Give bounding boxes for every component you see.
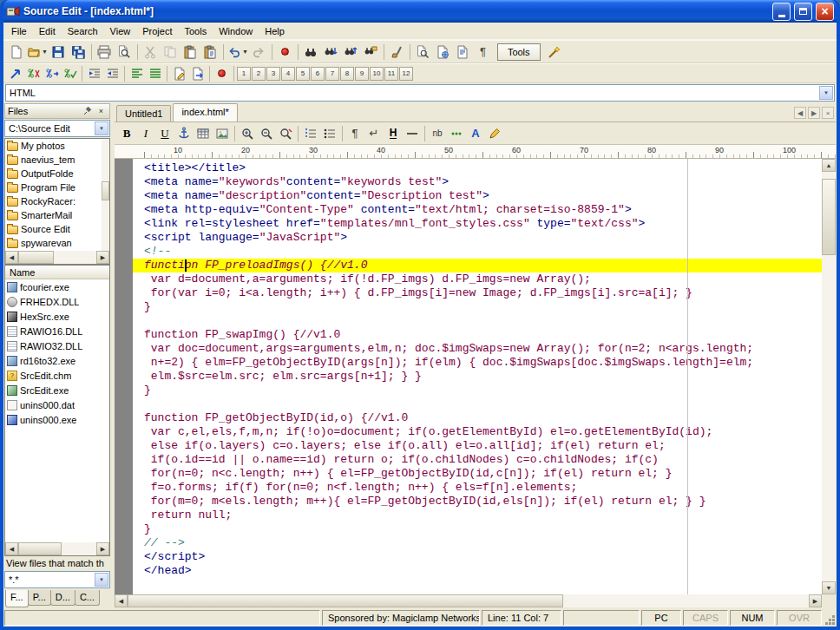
scrollbar-thumb[interactable] [102, 181, 109, 200]
editor-vscrollbar[interactable]: ▲ ▼ [822, 159, 836, 594]
folder-row[interactable]: SmarterMail [5, 208, 102, 222]
language-combo[interactable]: HTML ▼ [5, 84, 835, 102]
code-area[interactable]: <title></title><meta name="keywords"cont… [115, 159, 822, 594]
zoom-in-button[interactable] [238, 124, 257, 142]
scroll-right-button[interactable]: ▶ [96, 542, 109, 555]
close-button[interactable]: × [816, 3, 834, 21]
format-brush-button[interactable] [387, 43, 407, 62]
folder-row[interactable]: My photos [5, 139, 102, 153]
bullet-list-button[interactable] [320, 124, 339, 142]
menu-item-help[interactable]: Help [259, 24, 291, 38]
wand-button[interactable] [545, 43, 565, 62]
image-button[interactable] [213, 124, 232, 142]
find-in-files-button[interactable] [361, 43, 381, 62]
zoom-select-button[interactable] [276, 124, 295, 142]
word-wrap-button[interactable] [43, 65, 61, 82]
record-macro-button[interactable] [275, 43, 295, 62]
find-button[interactable] [301, 43, 321, 62]
outdent-button[interactable] [103, 65, 121, 82]
editor-hscrollbar[interactable]: ◀ ▶ [115, 594, 822, 607]
folder-row[interactable]: OutputFolde [5, 167, 102, 180]
scrollbar-thumb[interactable] [128, 594, 563, 607]
scrollbar-track[interactable] [18, 251, 96, 264]
edit-tag-button[interactable] [485, 124, 504, 142]
file-row[interactable]: rd16to32.exe [5, 353, 109, 368]
cut-button[interactable] [141, 43, 161, 62]
validate-button[interactable] [453, 43, 473, 62]
pin-button[interactable] [82, 106, 93, 117]
path-combo-arrow[interactable]: ▼ [95, 121, 108, 135]
file-row[interactable]: RAWIO16.DLL [5, 324, 109, 338]
doc-edit-button[interactable] [170, 65, 188, 82]
numbered-list-button[interactable] [301, 124, 320, 142]
name-column-header[interactable]: Name [5, 266, 109, 279]
title-bar[interactable]: Source Edit - [index.html*] × [3, 0, 837, 23]
scrollbar-thumb[interactable] [18, 251, 54, 264]
file-row[interactable]: unins000.exe [5, 412, 109, 427]
menu-item-window[interactable]: Window [213, 24, 259, 38]
find-previous-button[interactable] [341, 43, 361, 62]
window-button-7[interactable]: 7 [325, 67, 339, 81]
scroll-right-button[interactable]: ▶ [809, 594, 822, 607]
resize-grip[interactable] [824, 610, 836, 626]
path-combo[interactable]: C:\Source Edit ▼ [4, 120, 110, 137]
heading-button[interactable]: H [384, 124, 403, 142]
scrollbar-track[interactable] [822, 172, 836, 581]
spell-check-button[interactable] [24, 65, 43, 82]
file-row[interactable]: HexSrc.exe [5, 309, 109, 324]
scroll-up-button[interactable]: ▲ [822, 159, 836, 172]
folder-row[interactable]: naevius_tem [5, 153, 102, 167]
file-row[interactable]: ?SrcEdit.chm [5, 368, 109, 383]
files-panel-close-button[interactable]: × [95, 106, 107, 117]
file-row[interactable]: FRHEDX.DLL [5, 294, 109, 309]
indent-button[interactable] [85, 65, 103, 82]
italic-button[interactable]: I [136, 124, 155, 142]
doc-export-button[interactable] [188, 65, 207, 82]
panel-tab-F[interactable]: F... [5, 590, 29, 607]
scroll-left-button[interactable]: ◀ [115, 594, 128, 607]
minimize-button[interactable] [772, 3, 791, 21]
bold-button[interactable]: B [117, 124, 136, 142]
folder-row[interactable]: spywarevan [5, 236, 102, 250]
window-button-10[interactable]: 10 [370, 67, 384, 81]
special-chars-button[interactable] [447, 124, 466, 142]
filter-combo-arrow[interactable]: ▼ [95, 573, 108, 587]
horizontal-rule-button[interactable] [403, 124, 422, 142]
save-all-button[interactable] [69, 43, 89, 62]
pilcrow-button[interactable]: ¶ [473, 43, 493, 62]
file-row[interactable]: fcourier.exe [5, 279, 109, 294]
tab-close-button[interactable]: × [822, 107, 834, 119]
record-button[interactable] [213, 65, 231, 82]
panel-tab-P[interactable]: P... [28, 590, 51, 606]
page-props-button[interactable] [433, 43, 453, 62]
print-button[interactable] [95, 43, 115, 62]
panel-tab-C[interactable]: C... [75, 590, 100, 606]
scrollbar-thumb[interactable] [18, 542, 62, 555]
scrollbar-thumb[interactable] [822, 179, 836, 255]
maximize-button[interactable] [794, 3, 812, 21]
window-button-12[interactable]: 12 [399, 67, 413, 81]
folder-row[interactable]: RockyRacer: [5, 194, 102, 208]
pilcrow-button[interactable]: ¶ [345, 124, 364, 142]
window-button-8[interactable]: 8 [340, 67, 354, 81]
save-button[interactable] [49, 43, 69, 62]
tab-scroll-left-button[interactable]: ◀ [794, 107, 806, 119]
menu-item-file[interactable]: File [5, 24, 33, 38]
browser-preview-button[interactable] [413, 43, 433, 62]
editor-tab-indexhtml[interactable]: index.html* [173, 103, 237, 121]
scrollbar-track[interactable] [128, 594, 809, 607]
anchor-button[interactable] [174, 124, 194, 142]
underline-button[interactable]: U [155, 124, 174, 142]
copy-button[interactable] [161, 43, 180, 62]
window-button-5[interactable]: 5 [296, 67, 310, 81]
language-combo-arrow[interactable]: ▼ [819, 86, 833, 100]
file-list-hscrollbar[interactable]: ◀ ▶ [5, 542, 109, 555]
filter-combo[interactable]: *.* ▼ [4, 571, 110, 588]
goto-line-button[interactable] [6, 65, 24, 82]
tools-button[interactable]: Tools [497, 43, 541, 61]
font-color-button[interactable]: A [466, 124, 485, 142]
scroll-left-button[interactable]: ◀ [5, 542, 18, 555]
tab-scroll-right-button[interactable]: ▶ [808, 107, 820, 119]
align-left-button[interactable] [128, 65, 146, 82]
paste-special-button[interactable] [200, 43, 220, 62]
